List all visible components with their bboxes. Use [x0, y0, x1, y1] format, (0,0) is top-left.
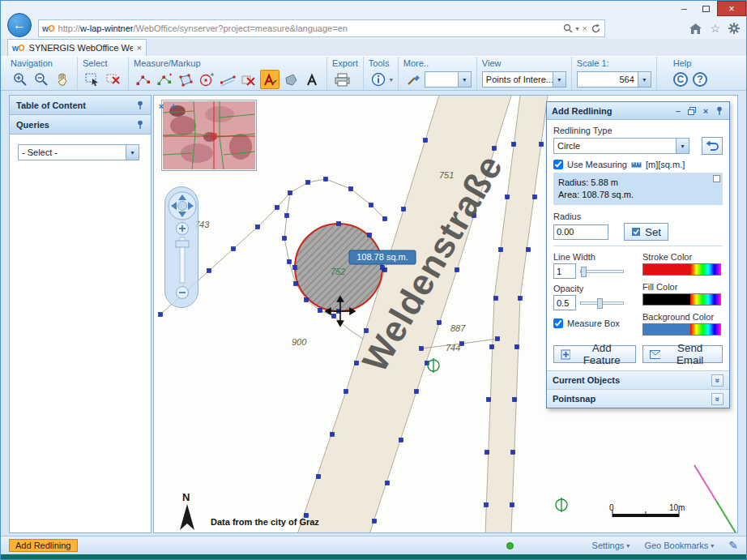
browser-tab[interactable]: wO SYNERGIS WebOffice Web... ×	[7, 39, 147, 56]
address-bar[interactable]: wO http://w-lap-wintner/WebOffice/synser…	[38, 19, 605, 37]
apply-icon	[631, 227, 641, 237]
pin-icon[interactable]	[136, 100, 144, 110]
redline-polygon-button[interactable]	[281, 70, 301, 89]
expand-icon[interactable]	[713, 175, 720, 182]
select-rectangle-button[interactable]	[83, 70, 102, 89]
help-button[interactable]: ?	[693, 72, 707, 87]
sidebar-item-queries[interactable]: Queries	[10, 115, 151, 135]
redlining-type-caret-icon[interactable]: ▾	[676, 139, 689, 153]
map-navigation-control[interactable]	[164, 186, 198, 308]
identify-button[interactable]	[369, 70, 388, 89]
search-dropdown-icon[interactable]: ▾	[576, 25, 579, 32]
background-color-picker[interactable]	[642, 323, 721, 336]
opacity-input[interactable]	[553, 295, 576, 310]
favorites-star-icon[interactable]: ☆	[710, 22, 720, 35]
toolbar-section-scale: Scale 1: 564 ▾	[572, 57, 657, 90]
zoom-in-button[interactable]	[11, 70, 30, 89]
more-combo[interactable]: ▾	[425, 71, 472, 88]
tools-dropdown-icon[interactable]: ▾	[390, 76, 393, 83]
measure-area-button[interactable]	[176, 70, 195, 89]
add-redlining-button[interactable]	[260, 70, 280, 89]
stroke-color-picker[interactable]	[642, 263, 721, 276]
fill-color-swatch[interactable]	[643, 294, 690, 305]
panel-header[interactable]: Add Redlining – ×	[547, 102, 729, 120]
settings-gear-icon[interactable]	[728, 23, 740, 34]
more-combo-caret-icon[interactable]: ▾	[458, 72, 471, 87]
edit-pencil-icon[interactable]: ✎	[728, 539, 738, 552]
expand-section-icon[interactable]: »	[711, 393, 724, 405]
contact-button[interactable]: C	[673, 72, 688, 87]
search-icon[interactable]	[563, 24, 573, 33]
tab-close-icon[interactable]: ×	[137, 43, 142, 53]
active-mode-chip[interactable]: Add Redlining	[9, 539, 78, 552]
current-objects-section[interactable]: Current Objects »	[547, 370, 729, 389]
overview-imagery	[163, 101, 255, 169]
zoom-out-button[interactable]	[32, 70, 51, 89]
measure-box-label: Measure Box	[567, 318, 620, 328]
opacity-slider[interactable]	[580, 301, 624, 305]
info-icon	[371, 72, 386, 87]
settings-menu[interactable]: Settings▾	[592, 541, 630, 550]
measure-box-checkbox[interactable]	[553, 318, 563, 328]
overview-center-icon[interactable]: +	[169, 101, 178, 111]
view-combo[interactable]: Points of Intere... ▾	[482, 71, 566, 88]
expand-section-icon[interactable]: »	[711, 374, 724, 387]
window-close-button[interactable]: ×	[717, 1, 746, 16]
panel-restore-icon[interactable]	[687, 106, 697, 116]
print-button[interactable]	[332, 70, 352, 89]
query-select[interactable]: - Select - ▾	[18, 144, 139, 160]
sidebar-item-table-of-content[interactable]: Table of Content	[10, 96, 151, 115]
back-button[interactable]: ←	[7, 13, 32, 37]
svg-text:10m: 10m	[669, 503, 685, 512]
window-minimize-button[interactable]: –	[673, 1, 695, 16]
view-combo-caret-icon[interactable]: ▾	[553, 72, 566, 87]
measure-circle-button[interactable]	[197, 70, 216, 89]
toolbar-section-navigation: Navigation	[6, 57, 78, 90]
refresh-icon[interactable]	[591, 24, 601, 34]
use-measuring-label: Use Measuring	[567, 160, 627, 169]
panel-minimize-icon[interactable]: –	[673, 106, 683, 116]
background-color-swatch[interactable]	[643, 324, 690, 335]
line-width-label: Line Width	[553, 252, 642, 262]
undo-button[interactable]	[702, 137, 723, 155]
pan-button[interactable]	[53, 70, 72, 89]
section-label: More..	[403, 58, 472, 69]
background-color-gradient[interactable]	[690, 324, 720, 335]
measure-buffer-button[interactable]	[218, 70, 237, 89]
toolbar-section-more: More.. ▾	[399, 57, 477, 90]
pointsnap-section[interactable]: Pointsnap »	[547, 389, 729, 408]
line-width-input[interactable]	[553, 263, 576, 279]
geo-bookmarks-menu[interactable]: Geo Bookmarks▾	[644, 541, 714, 550]
radius-input[interactable]	[553, 224, 608, 240]
section-label: Export	[332, 58, 358, 69]
stroke-color-gradient[interactable]	[690, 264, 720, 275]
redlining-type-select[interactable]: Circle ▾	[553, 138, 689, 154]
set-button[interactable]: Set	[624, 223, 668, 241]
stroke-color-swatch[interactable]	[643, 264, 690, 275]
svg-text:0: 0	[609, 503, 614, 512]
fill-color-gradient[interactable]	[690, 294, 720, 305]
fill-color-picker[interactable]	[642, 293, 721, 306]
clear-selection-button[interactable]	[104, 70, 123, 89]
send-email-button[interactable]: Send Email	[642, 345, 723, 363]
stop-button[interactable]: ×	[583, 24, 587, 33]
measure-coordinates-button[interactable]	[134, 70, 153, 89]
add-feature-button[interactable]: Add Feature	[553, 345, 636, 363]
redline-text-button[interactable]	[302, 70, 322, 89]
pin-icon[interactable]	[136, 120, 144, 130]
panel-pin-icon[interactable]	[715, 106, 724, 116]
section-label: Tools	[369, 58, 393, 69]
query-select-caret-icon[interactable]: ▾	[126, 145, 139, 160]
overview-close-icon[interactable]: ×	[156, 101, 166, 111]
scale-combo[interactable]: 564 ▾	[577, 71, 651, 88]
measure-distance-button[interactable]	[155, 70, 174, 89]
use-measuring-checkbox[interactable]	[553, 160, 563, 169]
site-favicon: wO	[42, 24, 55, 33]
home-icon[interactable]	[689, 24, 702, 34]
line-width-slider[interactable]	[580, 270, 624, 273]
panel-close-icon[interactable]: ×	[701, 106, 711, 116]
window-maximize-button[interactable]	[695, 1, 717, 16]
scale-combo-caret-icon[interactable]: ▾	[638, 72, 651, 87]
delete-measure-button[interactable]	[239, 70, 258, 89]
paintbrush-button[interactable]	[403, 70, 423, 89]
